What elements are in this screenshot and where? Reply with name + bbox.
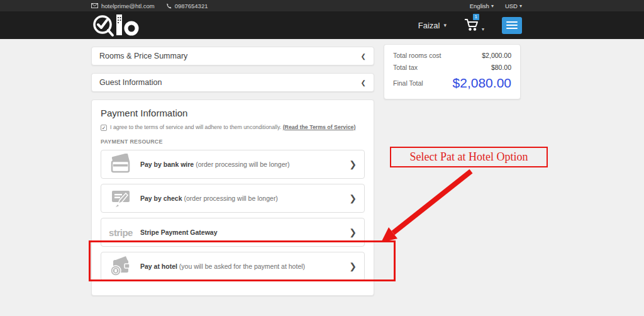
guest-information-title: Guest Information (99, 78, 162, 87)
terms-text: I agree to the terms of service and will… (110, 124, 355, 130)
phone-icon (166, 3, 172, 9)
payment-resource-label: PAYMENT RESOURCE (101, 138, 365, 145)
cart-count-badge: 1 (473, 14, 479, 20)
caret-down-icon: ▾ (443, 22, 447, 28)
method-label: Pay at hotel (you will be asked for the … (140, 262, 305, 270)
rooms-price-summary-title: Rooms & Price Summary (99, 52, 187, 60)
contact-email: hotelprime@htl.com (91, 3, 155, 9)
chevron-collapsed-icon: ❮ (361, 79, 366, 86)
chevron-right-icon: ❯ (349, 159, 357, 169)
chevron-right-icon: ❯ (349, 227, 357, 237)
checkout-page: hotelprime@htl.com 0987654321 English ▾ … (0, 0, 644, 316)
cart-dropdown[interactable]: 1 ▾ (464, 18, 484, 32)
credit-cards-icon (101, 154, 140, 175)
final-total-value: $2,080.00 (453, 76, 511, 91)
final-total-row: Final Total $2,080.00 (393, 76, 511, 91)
check-pen-icon (101, 188, 140, 208)
total-tax-row: Total tax $80.00 (393, 64, 511, 71)
currency-dropdown[interactable]: USD ▾ (505, 3, 522, 9)
payment-information-title: Payment Information (101, 108, 365, 118)
terms-checkbox[interactable]: ✓ (101, 125, 107, 131)
payment-method-check[interactable]: Pay by check (order processing will be l… (101, 184, 365, 213)
hamburger-menu-button[interactable] (502, 17, 522, 34)
envelope-icon (91, 3, 98, 8)
wallet-coin-icon (101, 255, 140, 278)
method-label: Pay by check (order processing will be l… (140, 195, 278, 202)
payment-method-pay-at-hotel[interactable]: Pay at hotel (you will be asked for the … (101, 252, 365, 281)
hamburger-icon (506, 21, 518, 23)
stripe-logo: stripe (101, 227, 140, 238)
payment-information-panel: Payment Information ✓ I agree to the ter… (91, 99, 374, 296)
payment-method-stripe[interactable]: stripe Stripe Payment Gateway ❯ (101, 218, 365, 247)
caret-down-icon: ▾ (491, 3, 494, 9)
total-rooms-cost-row: Total rooms cost $2,000.00 (393, 52, 511, 59)
caret-down-icon: ▾ (482, 26, 484, 32)
contact-email-text: hotelprime@htl.com (101, 3, 155, 9)
user-name: Faizal (418, 21, 440, 30)
payment-method-bank-wire[interactable]: Pay by bank wire (order processing will … (101, 150, 365, 179)
chevron-collapsed-icon: ❮ (361, 53, 366, 60)
guest-information-accordion[interactable]: Guest Information ❮ (91, 73, 374, 92)
terms-agreement-row: ✓ I agree to the terms of service and wi… (101, 124, 365, 131)
content-area: Rooms & Price Summary ❮ Guest Informatio… (0, 39, 644, 316)
user-menu-dropdown[interactable]: Faizal ▾ (418, 21, 447, 30)
terms-of-service-link[interactable]: (Read the Terms of Service) (283, 124, 356, 130)
chevron-right-icon: ❯ (349, 261, 357, 271)
method-label: Pay by bank wire (order processing will … (140, 161, 290, 168)
currency-label: USD (505, 3, 518, 9)
cart-icon (464, 18, 479, 32)
language-label: English (470, 3, 489, 9)
contact-phone-text: 0987654321 (175, 3, 208, 9)
contact-phone: 0987654321 (166, 3, 208, 9)
method-label: Stripe Payment Gateway (140, 229, 218, 236)
caret-down-icon: ▾ (519, 3, 522, 9)
top-contact-bar: hotelprime@htl.com 0987654321 English ▾ … (0, 0, 644, 11)
qlo-logo[interactable] (91, 12, 144, 38)
qlo-logo-icon (91, 12, 144, 38)
main-navbar: Faizal ▾ 1 ▾ (0, 11, 644, 39)
order-totals-card: Total rooms cost $2,000.00 Total tax $80… (384, 44, 521, 99)
chevron-right-icon: ❯ (349, 193, 357, 203)
rooms-price-summary-accordion[interactable]: Rooms & Price Summary ❮ (91, 47, 374, 65)
language-dropdown[interactable]: English ▾ (470, 3, 494, 9)
